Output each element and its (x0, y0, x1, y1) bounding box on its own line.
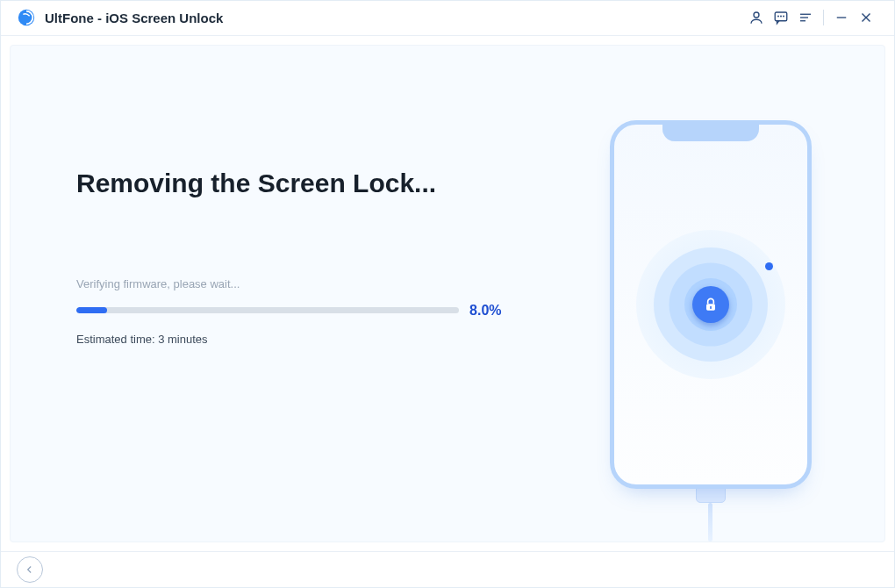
progress-percent: 8.0% (469, 303, 501, 319)
close-icon[interactable] (854, 5, 878, 30)
user-icon[interactable] (744, 5, 769, 30)
page-heading: Removing the Screen Lock... (76, 169, 502, 198)
back-button[interactable] (17, 556, 43, 583)
content-panel: Removing the Screen Lock... Verifying fi… (10, 45, 885, 542)
svg-point-5 (784, 16, 784, 17)
status-text: Verifying firmware, please wait... (76, 277, 502, 290)
lock-icon (692, 286, 729, 323)
progress-fill (76, 307, 107, 313)
progress-row: 8.0% (76, 303, 502, 319)
right-column (537, 46, 884, 541)
cable-line (708, 503, 712, 541)
progress-bar (76, 307, 459, 313)
svg-point-4 (781, 16, 782, 17)
phone-notch (662, 120, 759, 141)
app-window: UltFone - iOS Screen Unlock Removing the… (0, 0, 895, 588)
menu-icon[interactable] (793, 5, 818, 30)
radar-graphic (636, 230, 785, 379)
phone-body (610, 120, 812, 489)
app-logo-icon (17, 8, 36, 27)
left-column: Removing the Screen Lock... Verifying fi… (11, 46, 537, 541)
titlebar: UltFone - iOS Screen Unlock (1, 1, 894, 36)
estimated-time: Estimated time: 3 minutes (76, 333, 502, 346)
phone-illustration (597, 120, 825, 541)
footer (1, 551, 894, 587)
titlebar-separator (823, 10, 824, 25)
svg-rect-13 (710, 305, 712, 308)
minimize-icon[interactable] (829, 5, 854, 30)
svg-point-1 (754, 12, 759, 18)
feedback-icon[interactable] (769, 5, 793, 30)
svg-point-3 (778, 16, 779, 17)
app-title: UltFone - iOS Screen Unlock (45, 11, 223, 25)
